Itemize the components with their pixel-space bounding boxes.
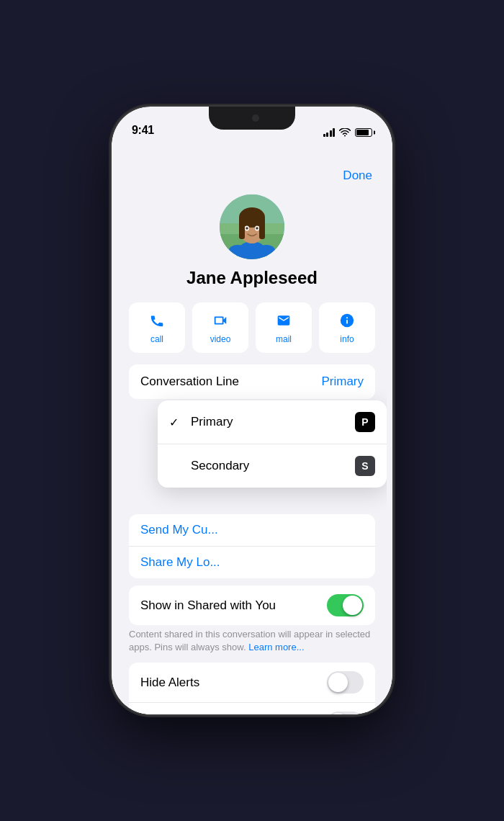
- send-my-cu-row[interactable]: Send My Cu...: [129, 514, 375, 546]
- screen: 9:41: [112, 107, 392, 714]
- done-button[interactable]: Done: [343, 169, 372, 183]
- show-in-shared-section: Show in Shared with You: [129, 586, 375, 625]
- dropdown-item-secondary[interactable]: ✓ Secondary S: [158, 444, 387, 488]
- call-button[interactable]: call: [129, 302, 185, 353]
- show-in-shared-label: Show in Shared with You: [140, 598, 276, 613]
- dropdown-item-primary[interactable]: ✓ Primary P: [158, 400, 387, 444]
- conversation-line-value: Primary: [321, 374, 364, 389]
- svg-rect-7: [239, 217, 245, 239]
- info-label: info: [340, 334, 354, 344]
- conversation-line-row[interactable]: Conversation Line Primary: [129, 364, 375, 399]
- mail-label: mail: [276, 334, 292, 344]
- hide-alerts-toggle[interactable]: [327, 671, 364, 694]
- video-icon: [210, 311, 231, 330]
- signal-icon: [323, 128, 336, 137]
- send-read-receipts-toggle[interactable]: [327, 712, 364, 714]
- send-read-receipts-row: Send Read Receipts: [129, 702, 375, 714]
- svg-point-13: [229, 245, 246, 256]
- sheet: Done: [117, 157, 387, 714]
- status-time: 9:41: [132, 124, 154, 137]
- secondary-label: Secondary: [191, 459, 249, 473]
- svg-point-14: [258, 245, 275, 256]
- secondary-badge: S: [355, 456, 375, 476]
- avatar: [220, 194, 284, 259]
- conversation-line-section: Conversation Line Primary: [129, 364, 375, 399]
- content-area: Done: [112, 143, 392, 714]
- svg-point-11: [246, 227, 248, 230]
- info-button[interactable]: info: [319, 302, 375, 353]
- wifi-icon: [339, 128, 351, 137]
- send-my-cu-label: Send My Cu...: [140, 523, 218, 537]
- hide-alerts-row: Hide Alerts: [129, 663, 375, 702]
- contact-section: Jane Appleseed: [117, 189, 387, 302]
- dropdown-menu: ✓ Primary P ✓ Secondary S: [158, 400, 387, 488]
- conversation-line-label: Conversation Line: [140, 374, 239, 389]
- video-button[interactable]: video: [192, 302, 248, 353]
- caption-text: Content shared in this conversation will…: [129, 628, 375, 654]
- sheet-header: Done: [117, 157, 387, 189]
- show-in-shared-toggle[interactable]: [327, 594, 364, 616]
- camera-dot: [252, 115, 259, 122]
- svg-rect-8: [259, 217, 265, 239]
- checkmark-icon: ✓: [169, 416, 184, 429]
- svg-point-16: [346, 317, 348, 318]
- svg-point-12: [256, 227, 258, 230]
- share-my-lo-label: Share My Lo...: [140, 555, 220, 570]
- menu-items-section: Send My Cu... Share My Lo...: [129, 514, 375, 578]
- share-my-lo-row[interactable]: Share My Lo...: [129, 546, 375, 578]
- video-label: video: [210, 334, 231, 344]
- show-in-shared-row: Show in Shared with You: [129, 586, 375, 625]
- action-buttons-row: call video: [117, 302, 387, 364]
- primary-label: Primary: [191, 415, 233, 429]
- call-label: call: [150, 334, 163, 344]
- notch: [209, 107, 295, 130]
- phone-icon: [146, 311, 168, 330]
- battery-fill: [356, 130, 369, 135]
- hide-alerts-label: Hide Alerts: [140, 676, 199, 690]
- avatar-image: [220, 194, 284, 259]
- svg-rect-17: [346, 320, 348, 324]
- mail-button[interactable]: mail: [256, 302, 312, 353]
- phone-frame: 9:41: [112, 107, 392, 714]
- mail-icon: [273, 311, 294, 330]
- battery-icon: [355, 128, 372, 137]
- info-icon: [336, 311, 358, 330]
- learn-more-link[interactable]: Learn more...: [248, 642, 304, 652]
- primary-badge: P: [355, 412, 375, 432]
- additional-settings-section: Hide Alerts Send Read Receipts Share Foc…: [129, 663, 375, 714]
- status-icons: [323, 128, 373, 137]
- contact-name: Jane Appleseed: [186, 268, 318, 288]
